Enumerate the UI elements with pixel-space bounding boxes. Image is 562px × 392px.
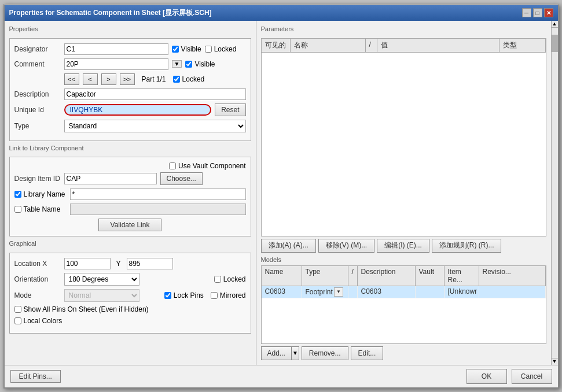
library-name-checkbox[interactable]: [14, 191, 21, 198]
nav-first-button[interactable]: <<: [64, 73, 79, 85]
mode-select[interactable]: Normal: [64, 289, 139, 302]
orientation-select[interactable]: 180 Degrees: [64, 273, 139, 286]
main-dialog: Properties for Schematic Component in Sh…: [3, 4, 559, 389]
choose-button[interactable]: Choose...: [160, 172, 203, 185]
library-name-row: Library Name: [14, 188, 246, 200]
library-name-input[interactable]: [70, 188, 246, 200]
location-x-input[interactable]: [64, 258, 111, 269]
add-model-button[interactable]: Add...: [261, 346, 291, 360]
model-row[interactable]: C0603 Footprint ▼ C0603 [Unknowr: [262, 286, 546, 298]
model-name: C0603: [262, 286, 302, 298]
lock-pins-checkbox[interactable]: [164, 292, 171, 299]
location-row: Location X Y: [14, 258, 246, 269]
edit-param-button[interactable]: 编辑(I) (E)...: [377, 239, 429, 253]
models-col-desc: Description: [358, 266, 416, 286]
designator-row: Designator Visible Locked: [14, 43, 246, 55]
unique-id-input[interactable]: [64, 104, 212, 116]
designator-locked-checkbox[interactable]: [205, 46, 212, 53]
designator-label: Designator: [14, 45, 61, 53]
local-colors-checkbox[interactable]: [14, 317, 21, 324]
comment-dropdown-arrow[interactable]: ▼: [172, 60, 182, 68]
params-area: 可见的 名称 / 值 类型 添加(A) (A)... 移除(V) (M)...: [261, 38, 546, 253]
vault-checkbox[interactable]: [169, 162, 176, 169]
comment-input[interactable]: [64, 58, 168, 70]
params-col-value: 值: [377, 39, 499, 52]
validate-button[interactable]: Validate Link: [98, 219, 162, 231]
validate-row: Validate Link: [14, 219, 246, 231]
location-y-input[interactable]: [127, 258, 173, 269]
description-input[interactable]: [64, 88, 246, 100]
dialog-content: Properties Designator Visible Locked: [5, 21, 558, 365]
add-model-dropdown[interactable]: ▼: [291, 346, 299, 360]
designator-locked-check: Locked: [205, 45, 237, 53]
designator-input[interactable]: [64, 43, 168, 55]
nav-locked-checkbox[interactable]: [173, 76, 180, 83]
scroll-up-arrow[interactable]: ▲: [552, 21, 558, 28]
params-header: 可见的 名称 / 值 类型: [262, 39, 546, 53]
action-buttons: 添加(A) (A)... 移除(V) (M)... 编辑(I) (E)... 添…: [261, 239, 546, 253]
designator-visible-checkbox[interactable]: [172, 46, 179, 53]
model-slash: [348, 286, 358, 298]
scrollbar-thumb[interactable]: [552, 35, 558, 52]
parameters-label: Parameters: [261, 25, 546, 32]
reset-button[interactable]: Reset: [215, 103, 245, 116]
local-colors-check: Local Colors: [14, 317, 63, 325]
models-col-vault: Vault: [416, 266, 445, 286]
model-itemrev: [Unknowr: [445, 286, 479, 298]
maximize-button[interactable]: □: [533, 8, 542, 17]
comment-visible-checkbox[interactable]: [185, 61, 192, 68]
model-type-dropdown[interactable]: ▼: [334, 287, 343, 297]
library-name-label: Library Name: [24, 190, 65, 198]
location-label: Location X: [14, 260, 61, 268]
table-name-row: Table Name: [14, 204, 246, 215]
comment-visible-check: Visible: [185, 60, 215, 68]
show-all-pins-label: Show All Pins On Sheet (Even if Hidden): [24, 305, 149, 313]
show-all-pins-row: Show All Pins On Sheet (Even if Hidden): [14, 305, 246, 313]
models-col-name: Name: [262, 266, 302, 286]
close-button[interactable]: ✕: [544, 8, 553, 17]
edit-model-button[interactable]: Edit...: [351, 346, 384, 360]
part-label: Part 1/1: [142, 75, 166, 83]
table-name-input[interactable]: [70, 204, 246, 215]
remove-param-button[interactable]: 移除(V) (M)...: [318, 239, 374, 253]
nav-next-button[interactable]: >: [101, 73, 116, 85]
title-bar: Properties for Schematic Component in Sh…: [5, 5, 558, 21]
design-item-input[interactable]: [64, 173, 157, 184]
lock-pins-label: Lock Pins: [174, 291, 204, 299]
type-select[interactable]: Standard: [64, 120, 246, 132]
scroll-down-arrow[interactable]: ▼: [552, 358, 558, 365]
add-rule-button[interactable]: 添加规则(R) (R)...: [432, 239, 502, 253]
design-item-row: Design Item ID Choose...: [14, 172, 246, 185]
orientation-locked-label: Locked: [223, 275, 246, 283]
link-section-label: Link to Library Component: [9, 145, 251, 151]
title-bar-buttons: ─ □ ✕: [522, 8, 553, 17]
designator-visible-check: Visible: [172, 45, 201, 53]
params-table: 可见的 名称 / 值 类型: [261, 38, 546, 236]
show-all-pins-checkbox[interactable]: [14, 306, 21, 313]
params-col-visible: 可见的: [262, 39, 291, 52]
right-scrollbar[interactable]: ▲ ▼: [551, 21, 558, 365]
orientation-row: Orientation 180 Degrees Locked: [14, 273, 246, 286]
right-panel: Parameters 可见的 名称 / 值 类型: [256, 21, 551, 365]
mirrored-label: Mirrored: [220, 291, 246, 299]
properties-section: Designator Visible Locked Comment ▼: [9, 38, 251, 141]
mirrored-check: Mirrored: [211, 291, 246, 299]
mirrored-checkbox[interactable]: [211, 292, 218, 299]
type-row: Type Standard: [14, 120, 246, 132]
cancel-button[interactable]: Cancel: [512, 369, 552, 384]
local-colors-label: Local Colors: [24, 317, 63, 325]
vault-label: Use Vault Component: [178, 162, 246, 170]
remove-model-button[interactable]: Remove...: [302, 346, 348, 360]
design-item-label: Design Item ID: [14, 175, 61, 183]
minimize-button[interactable]: ─: [522, 8, 531, 17]
nav-prev-button[interactable]: <: [83, 73, 98, 85]
ok-button[interactable]: OK: [467, 369, 507, 384]
edit-pins-button[interactable]: Edit Pins...: [10, 370, 61, 383]
vault-row: Use Vault Component: [14, 162, 246, 170]
type-label: Type: [14, 122, 61, 130]
models-header: Name Type / Description Vault Item Re...…: [262, 266, 546, 286]
nav-last-button[interactable]: >>: [120, 73, 135, 85]
table-name-checkbox[interactable]: [14, 206, 21, 213]
orientation-locked-checkbox[interactable]: [214, 276, 221, 283]
add-param-button[interactable]: 添加(A) (A)...: [261, 239, 316, 253]
